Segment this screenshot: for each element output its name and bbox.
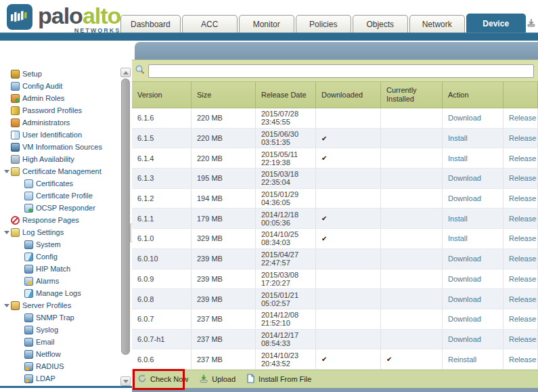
device-nav-tree: SetupConfig AuditAdmin RolesPassword Pro… — [0, 68, 120, 388]
action-link[interactable]: Download — [448, 295, 503, 303]
tree-spacer — [3, 155, 11, 163]
sidebar-item-syslog[interactable]: Syslog — [0, 324, 120, 336]
action-link[interactable]: Reinstall — [448, 355, 503, 364]
release-notes-link[interactable]: Release Notes — [509, 234, 537, 242]
action-link[interactable]: Download — [448, 174, 503, 182]
search-input[interactable] — [148, 64, 534, 78]
tab-policies[interactable]: Policies — [296, 15, 351, 32]
sidebar-item-hip-match[interactable]: HIP Match — [0, 263, 120, 275]
install-from-file-button[interactable]: Install From File — [246, 374, 311, 385]
release-notes-link[interactable]: Release Notes — [509, 215, 537, 223]
release-notes-link[interactable]: Release Notes — [509, 355, 537, 364]
action-link[interactable]: Install — [448, 134, 503, 142]
column-header-downloaded[interactable]: Downloaded — [316, 82, 381, 108]
column-header-release_notes[interactable] — [503, 82, 538, 108]
column-header-version[interactable]: Version — [132, 82, 192, 108]
action-link[interactable]: Download — [448, 114, 503, 122]
tab-monitor[interactable]: Monitor — [239, 15, 294, 32]
sidebar-item-vm-information-sources[interactable]: VM Information Sources — [0, 141, 120, 153]
column-header-currently_installed[interactable]: Currently Installed — [381, 82, 443, 108]
triangle-down-icon — [4, 231, 9, 234]
action-cell: Download — [443, 289, 503, 309]
action-link[interactable]: Install — [448, 154, 503, 162]
expand-arrow-icon[interactable] — [3, 228, 11, 236]
tab-objects[interactable]: Objects — [353, 15, 408, 32]
sidebar-item-log-settings[interactable]: Log Settings — [0, 226, 120, 238]
sidebar-item-certificate-management[interactable]: Certificate Management — [0, 165, 120, 177]
column-header-size[interactable]: Size — [192, 82, 256, 108]
size-cell: 329 MB — [192, 229, 256, 248]
expand-arrow-icon[interactable] — [3, 301, 11, 309]
release-notes-link[interactable]: Release Notes — [509, 315, 537, 323]
sidebar-item-ocsp-responder[interactable]: OCSP Responder — [0, 202, 120, 214]
button-label: Upload — [212, 375, 236, 383]
commit-icon[interactable] — [526, 18, 537, 28]
sidebar-item-password-profiles[interactable]: Password Profiles — [0, 104, 120, 116]
scrollbar-thumb[interactable] — [121, 79, 130, 355]
action-link[interactable]: Download — [448, 275, 503, 283]
sidebar-item-radius[interactable]: RADIUS — [0, 360, 120, 372]
sidebar-item-system[interactable]: System — [0, 238, 120, 251]
action-link[interactable]: Download — [448, 335, 503, 343]
sidebar-item-response-pages[interactable]: Response Pages — [0, 214, 120, 226]
sidebar-item-label: SNMP Trap — [36, 313, 74, 322]
tab-device[interactable]: Device — [466, 14, 526, 32]
release-notes-link[interactable]: Release Notes — [509, 255, 537, 263]
sidebar-item-setup[interactable]: Setup — [0, 68, 120, 80]
sidebar-item-administrators[interactable]: Administrators — [0, 116, 120, 129]
action-link[interactable]: Download — [448, 194, 503, 202]
time-line: 21:52:10 — [261, 319, 315, 327]
syslog-icon — [24, 326, 33, 334]
sidebar-item-user-identification[interactable]: User Identification — [0, 129, 120, 141]
sidebar-item-label: High Availability — [22, 155, 74, 163]
release-notes-link[interactable]: Release Notes — [509, 134, 537, 142]
check-now-button[interactable]: Check Now — [137, 374, 188, 385]
release-notes-link[interactable]: Release Notes — [509, 295, 537, 303]
scroll-up-button[interactable] — [120, 68, 131, 77]
sidebar-item-netflow[interactable]: Netflow — [0, 348, 120, 360]
sidebar-item-certificates[interactable]: Certificates — [0, 177, 120, 190]
action-cell: Install — [443, 229, 503, 248]
sidebar-item-label: Netflow — [36, 350, 61, 358]
release-notes-link[interactable]: Release Notes — [509, 335, 537, 343]
sidebar-item-ldap[interactable]: LDAP — [0, 372, 120, 385]
sidebar-item-admin-roles[interactable]: Admin Roles — [0, 92, 120, 104]
date-line: 2014/10/23 — [261, 351, 315, 360]
button-label: Install From File — [259, 375, 311, 383]
sidebar-item-manage-logs[interactable]: Manage Logs — [0, 287, 120, 299]
scroll-down-button[interactable] — [120, 376, 131, 386]
tab-acc[interactable]: ACC — [182, 15, 238, 32]
release-date-cell: 2015/06/3003:51:35 — [256, 129, 316, 148]
expand-arrow-icon[interactable] — [3, 167, 11, 175]
sidebar-item-server-profiles[interactable]: Server Profiles — [0, 299, 120, 311]
sidebar-item-alarms[interactable]: Alarms — [0, 275, 120, 287]
sidebar-item-snmp-trap[interactable]: SNMP Trap — [0, 311, 120, 324]
column-header-release_date[interactable]: Release Date — [256, 82, 316, 108]
sidebar-item-email[interactable]: Email — [0, 336, 120, 348]
action-link[interactable]: Install — [448, 215, 503, 223]
release-notes-link[interactable]: Release Notes — [509, 174, 537, 182]
release-date-cell: 2015/05/1122:19:38 — [256, 148, 316, 168]
action-link[interactable]: Download — [448, 255, 503, 263]
action-link[interactable]: Download — [448, 315, 503, 323]
release-notes-link[interactable]: Release Notes — [509, 114, 537, 122]
sidebar-item-certificate-profile[interactable]: Certificate Profile — [0, 190, 120, 202]
release-notes-link[interactable]: Release Notes — [509, 194, 537, 202]
sidebar-item-kerberos[interactable]: Kerberos — [0, 385, 120, 388]
tree-spacer — [16, 350, 24, 358]
release-notes-link[interactable]: Release Notes — [509, 154, 537, 162]
sidebar-item-config-audit[interactable]: Config Audit — [0, 80, 120, 92]
tab-dashboard[interactable]: Dashboard — [120, 15, 181, 32]
sidebar-item-label: VM Information Sources — [22, 143, 102, 151]
column-header-action[interactable]: Action — [443, 82, 503, 108]
currently-installed-cell — [381, 330, 443, 349]
sidebar-item-high-availability[interactable]: High Availability — [0, 153, 120, 165]
release-notes-cell: Release Notes — [503, 169, 538, 188]
upload-button[interactable]: Upload — [199, 374, 236, 385]
tab-network[interactable]: Network — [409, 15, 465, 32]
release-notes-cell: Release Notes — [503, 349, 538, 369]
action-link[interactable]: Install — [448, 234, 503, 242]
table-row: 6.1.1179 MB2014/12/1800:05:36✔InstallRel… — [132, 209, 538, 229]
sidebar-item-config[interactable]: Config — [0, 251, 120, 263]
release-notes-link[interactable]: Release Notes — [509, 275, 537, 283]
